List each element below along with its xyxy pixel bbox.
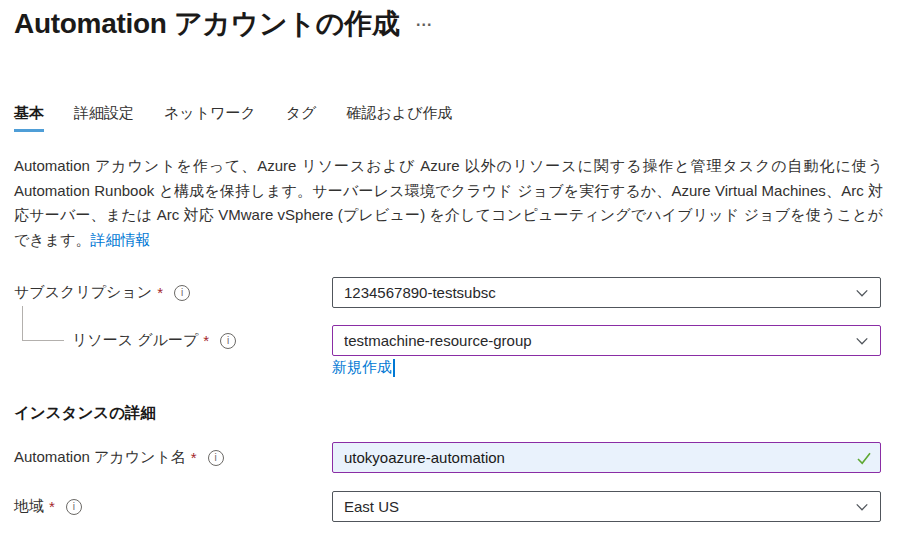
region-dropdown[interactable]: East US (332, 491, 881, 522)
subscription-label: サブスクリプション * i (14, 277, 190, 308)
chevron-down-icon (855, 500, 869, 514)
account-name-label-text: Automation アカウント名 (14, 448, 186, 467)
tab-advanced-settings[interactable]: 詳細設定 (74, 104, 134, 132)
create-new-resource-group-link[interactable]: 新規作成 (332, 358, 395, 377)
tab-bar: 基本 詳細設定 ネットワーク タグ 確認および作成 (14, 104, 453, 132)
instance-details-heading: インスタンスの詳細 (14, 403, 156, 424)
required-asterisk: * (157, 284, 163, 301)
tab-basics[interactable]: 基本 (14, 104, 44, 132)
account-name-input[interactable] (333, 443, 856, 472)
account-name-label: Automation アカウント名 * i (14, 442, 224, 473)
chevron-down-icon (855, 334, 869, 348)
region-label-text: 地域 (14, 497, 44, 516)
chevron-down-icon (855, 286, 869, 300)
tab-review-and-create[interactable]: 確認および作成 (346, 104, 452, 132)
info-icon[interactable]: i (174, 285, 190, 301)
page-title: Automation アカウントの作成 (14, 5, 400, 43)
required-asterisk: * (49, 498, 55, 515)
resource-group-value: testmachine-resource-group (344, 332, 532, 349)
required-asterisk: * (191, 449, 197, 466)
learn-more-link[interactable]: 詳細情報 (90, 231, 150, 248)
subscription-value: 1234567890-testsubsc (344, 284, 496, 301)
tree-connector-line (22, 306, 64, 341)
subscription-dropdown[interactable]: 1234567890-testsubsc (332, 277, 881, 308)
account-name-field (332, 442, 881, 473)
resource-group-label-text: リソース グループ (72, 331, 198, 350)
region-label: 地域 * i (14, 491, 82, 522)
region-value: East US (344, 498, 399, 515)
resource-group-dropdown[interactable]: testmachine-resource-group (332, 325, 881, 356)
text-cursor (393, 359, 395, 377)
tab-tags[interactable]: タグ (286, 104, 317, 132)
create-new-label: 新規作成 (332, 358, 392, 377)
intro-paragraph: Automation アカウントを作って、Azure リソースおよび Azure… (14, 154, 883, 252)
more-options-button[interactable]: ... (412, 8, 436, 34)
required-asterisk: * (203, 332, 209, 349)
resource-group-label: リソース グループ * i (72, 325, 236, 356)
subscription-label-text: サブスクリプション (14, 283, 152, 302)
info-icon[interactable]: i (208, 450, 224, 466)
info-icon[interactable]: i (66, 499, 82, 515)
info-icon[interactable]: i (220, 333, 236, 349)
validation-check-icon (856, 450, 872, 466)
tab-networking[interactable]: ネットワーク (164, 104, 256, 132)
